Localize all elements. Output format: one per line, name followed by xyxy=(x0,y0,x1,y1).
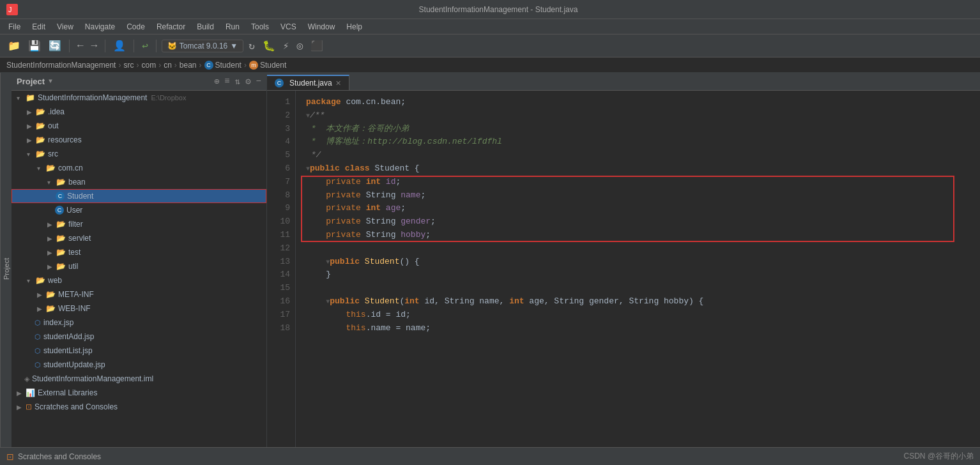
tree-item-scratches[interactable]: ▶ ⊡ Scratches and Consoles xyxy=(11,400,266,414)
tree-item-meta-inf[interactable]: ▶ 📂 META-INF xyxy=(11,287,266,301)
tree-item-out[interactable]: ▶ 📂 out xyxy=(11,119,266,133)
sidebar-action-close[interactable]: − xyxy=(256,76,261,87)
breadcrumb-student-class[interactable]: Student xyxy=(215,61,241,70)
tree-arrow-idea: ▶ xyxy=(27,109,34,116)
tree-item-src[interactable]: ▾ 📂 src xyxy=(11,147,266,161)
breadcrumb-com[interactable]: com xyxy=(141,61,156,70)
tree-label-student: Student xyxy=(67,192,93,201)
debug-btn[interactable]: 🐛 xyxy=(260,38,278,54)
sidebar-action-sort[interactable]: ⇅ xyxy=(235,76,240,87)
tab-label: Student.java xyxy=(289,79,332,88)
ln-2: 2 xyxy=(267,109,290,123)
breadcrumb-bean[interactable]: bean xyxy=(180,61,197,70)
studentlist-file-icon: ⬡ xyxy=(34,347,41,355)
tree-item-servlet[interactable]: ▶ 📂 servlet xyxy=(11,231,266,245)
tree-arrow-scratches: ▶ xyxy=(17,404,24,411)
tree-label-filter: filter xyxy=(68,220,83,229)
profile-btn[interactable]: ◎ xyxy=(294,38,305,54)
user-btn[interactable]: 👤 xyxy=(111,38,128,54)
open-btn[interactable]: 📁 xyxy=(5,38,23,54)
menu-view[interactable]: View xyxy=(52,21,79,33)
sidebar-action-settings[interactable]: ⚙ xyxy=(245,76,250,87)
scratches-tree-icon: ⊡ xyxy=(26,402,32,411)
out-folder-icon: 📂 xyxy=(36,121,45,130)
extlibs-icon: 📊 xyxy=(26,388,35,397)
forward-btn[interactable]: → xyxy=(89,39,100,53)
menu-vcs[interactable]: VCS xyxy=(275,21,302,33)
breadcrumb-cn[interactable]: cn xyxy=(164,61,172,70)
tree-item-studentlist[interactable]: ⬡ studentList.jsp xyxy=(11,344,266,358)
tree-label-src: src xyxy=(48,149,58,158)
tree-item-idea[interactable]: ▶ 📂 .idea xyxy=(11,105,266,119)
tree-item-index[interactable]: ⬡ index.jsp xyxy=(11,316,266,330)
run-config-selector[interactable]: 🐱 Tomcat 9.0.16 ▼ xyxy=(162,40,243,52)
tree-item-root[interactable]: ▾ 📁 StudentInformationManagement E:\Drop… xyxy=(11,91,266,105)
tree-item-user[interactable]: C User xyxy=(11,203,266,217)
code-line-17: this.id = id; xyxy=(306,309,980,322)
code-line-9: private int age; xyxy=(306,202,980,215)
tree-item-studentupdate[interactable]: ⬡ studentUpdate.jsp xyxy=(11,358,266,372)
breadcrumb: StudentInformationManagement › src › com… xyxy=(0,57,980,73)
test-folder-icon: 📂 xyxy=(56,248,66,257)
servlet-folder-icon: 📂 xyxy=(56,234,66,243)
sep3 xyxy=(134,40,134,52)
breadcrumb-student-method[interactable]: Student xyxy=(260,61,286,70)
tree-item-bean[interactable]: ▾ 📂 bean xyxy=(11,175,266,189)
sidebar: Project ▼ ⊕ ≡ ⇅ ⚙ − ▾ 📁 StudentInformati… xyxy=(11,73,267,465)
tree-item-studentadd[interactable]: ⬡ studentAdd.jsp xyxy=(11,330,266,344)
sync-btn[interactable]: 🔄 xyxy=(46,38,64,54)
menu-build[interactable]: Build xyxy=(192,21,219,33)
tree-item-web-inf[interactable]: ▶ 📂 WEB-INF xyxy=(11,301,266,316)
tree-item-test[interactable]: ▶ 📂 test xyxy=(11,245,266,259)
ln-10: 10 xyxy=(267,215,290,229)
meta-folder-icon: 📂 xyxy=(46,290,56,299)
menu-refactor[interactable]: Refactor xyxy=(151,21,190,33)
ln-8: 8 xyxy=(267,189,290,202)
breadcrumb-project[interactable]: StudentInformationManagement xyxy=(6,61,116,70)
tree-item-util[interactable]: ▶ 📂 util xyxy=(11,259,266,273)
save-btn[interactable]: 💾 xyxy=(26,38,43,54)
code-area[interactable]: package com.cn.bean; ▼/** * 本文作者：谷哥的小弟 *… xyxy=(296,91,980,465)
code-line-13: ▼public Student() { xyxy=(306,255,980,269)
sidebar-chevron[interactable]: ▼ xyxy=(49,78,52,85)
stop-btn[interactable]: ⬛ xyxy=(308,38,326,54)
ln-15: 15 xyxy=(267,282,290,295)
tree-item-ext-libs[interactable]: ▶ 📊 External Libraries xyxy=(11,386,266,400)
scratches-btn[interactable]: ⊡ Scratches and Consoles xyxy=(6,452,101,462)
menu-run[interactable]: Run xyxy=(220,21,245,33)
menu-file[interactable]: File xyxy=(3,21,26,33)
tab-student-java[interactable]: C Student.java ✕ xyxy=(267,75,349,90)
tab-close-icon[interactable]: ✕ xyxy=(335,79,341,88)
ln-16: 16 xyxy=(267,295,290,309)
breadcrumb-src[interactable]: src xyxy=(123,61,134,70)
menu-window[interactable]: Window xyxy=(303,21,341,33)
tree-item-filter[interactable]: ▶ 📂 filter xyxy=(11,217,266,231)
project-panel-label[interactable]: Project xyxy=(0,73,11,465)
tree-item-iml[interactable]: ◈ StudentInformationManagement.iml xyxy=(11,372,266,386)
tree-arrow-root: ▾ xyxy=(17,95,24,102)
tree-item-comcn[interactable]: ▾ 📂 com.cn xyxy=(11,161,266,175)
sidebar-action-add[interactable]: ⊕ xyxy=(214,76,219,87)
sidebar-action-list[interactable]: ≡ xyxy=(224,76,229,87)
editor: C Student.java ✕ 1 2 3 4 5 6 7 8 9 10 11… xyxy=(267,73,980,465)
breadcrumb-sep4: › xyxy=(174,61,177,70)
sep2 xyxy=(105,40,105,52)
code-line-15 xyxy=(306,282,980,295)
tree-item-web[interactable]: ▾ 📂 web xyxy=(11,273,266,287)
window-title: StudentInformationManagement - Student.j… xyxy=(419,5,578,14)
tree-item-resources[interactable]: ▶ 📂 resources xyxy=(11,133,266,147)
tree-label-user: User xyxy=(66,206,82,215)
tree-arrow-webinf: ▶ xyxy=(37,305,45,312)
studentadd-file-icon: ⬡ xyxy=(34,333,41,341)
ln-3: 3 xyxy=(267,123,290,136)
menu-edit[interactable]: Edit xyxy=(27,21,50,33)
menu-navigate[interactable]: Navigate xyxy=(80,21,120,33)
reload-btn[interactable]: ↻ xyxy=(246,38,257,54)
undo-btn[interactable]: ↩ xyxy=(139,38,151,54)
menu-tools[interactable]: Tools xyxy=(246,21,274,33)
tree-item-student[interactable]: C Student xyxy=(11,189,266,203)
coverage-btn[interactable]: ⚡ xyxy=(280,38,292,54)
back-btn[interactable]: ← xyxy=(75,39,86,53)
menu-help[interactable]: Help xyxy=(341,21,367,33)
menu-code[interactable]: Code xyxy=(121,21,150,33)
